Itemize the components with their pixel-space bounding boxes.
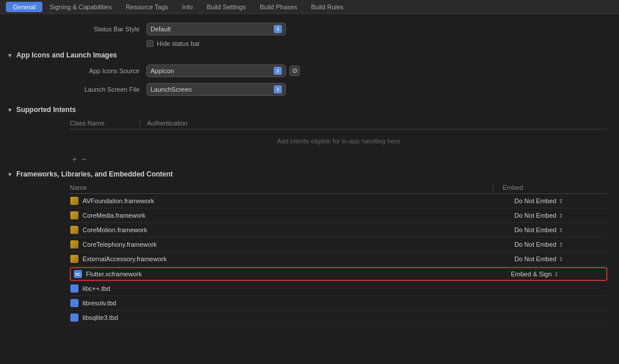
intents-header-row: Class Name Authentication (70, 118, 607, 129)
intents-col-class-header: Class Name (70, 120, 139, 127)
supported-intents-header[interactable]: ▼ Supported Intents (0, 103, 619, 116)
app-icons-title: App Icons and Launch Images (16, 51, 117, 59)
status-bar-dropdown-value: Default (151, 26, 271, 33)
app-icons-source-dropdown[interactable]: AppIcon ⇕ (146, 64, 286, 77)
fw-row[interactable]: CoreTelephony.framework Do Not Embed ⇕ (70, 237, 607, 252)
status-bar-dropdown[interactable]: Default ⇕ (146, 23, 286, 35)
fw-row[interactable]: XC Flutter.xcframework Embed & Sign ⇕ (70, 267, 607, 281)
framework-icon (70, 225, 79, 235)
fw-name: AVFoundation.framework (83, 197, 495, 204)
app-icons-header[interactable]: ▼ App Icons and Launch Images (0, 49, 619, 62)
hide-status-bar-label: Hide status bar (157, 40, 200, 47)
app-icons-gear-button[interactable]: ⚙ (289, 66, 300, 76)
frameworks-title: Frameworks, Libraries, and Embedded Cont… (16, 170, 173, 178)
fw-embed-text: Do Not Embed (514, 226, 556, 233)
status-bar-row: Status Bar Style Default ⇕ (46, 20, 619, 38)
fw-embed-text: Do Not Embed (514, 212, 556, 219)
framework-icon (70, 196, 79, 206)
fw-col-divider (493, 184, 493, 191)
tab-build-phases[interactable]: Build Phases (253, 2, 304, 12)
fw-name: libsqlite3.tbd (83, 314, 495, 321)
fw-embed-value[interactable]: Do Not Embed ⇕ (514, 226, 607, 233)
fw-embed-value[interactable]: Do Not Embed ⇕ (514, 255, 607, 262)
fw-embed-value[interactable]: Do Not Embed ⇕ (514, 241, 607, 248)
intents-table: Class Name Authentication Add intents el… (70, 118, 607, 153)
fw-name: libresolv.tbd (83, 300, 495, 307)
tab-signing[interactable]: Signing & Capabilities (42, 2, 119, 12)
intents-add-button[interactable]: + (70, 155, 79, 163)
chevron-down-icon-3: ▼ (7, 171, 13, 178)
stepper-icon: ⇕ (559, 212, 563, 219)
fw-row[interactable]: CoreMedia.framework Do Not Embed ⇕ (70, 208, 607, 223)
fw-embed-text: Do Not Embed (514, 241, 556, 248)
tbd-icon (70, 284, 79, 293)
launch-screen-dropdown-arrow: ⇕ (274, 85, 282, 93)
app-icons-source-value: AppIcon (151, 67, 271, 74)
fw-embed-text: Do Not Embed (514, 197, 556, 204)
intents-divider (139, 120, 140, 127)
tab-info[interactable]: Info (175, 2, 199, 12)
frameworks-table: Name Embed AVFoundation.framework Do Not… (70, 183, 607, 325)
chevron-up-down-icon-2: ⇕ (276, 69, 280, 74)
fw-name: CoreMotion.framework (83, 226, 495, 233)
tab-bar: General Signing & Capabilities Resource … (0, 0, 619, 14)
fw-embed-value[interactable]: Embed & Sign ⇕ (511, 271, 604, 277)
fw-name: Flutter.xcframework (86, 271, 492, 277)
xcframework-icon: XC (73, 269, 83, 279)
fw-embed-value[interactable]: Do Not Embed ⇕ (514, 212, 607, 219)
frameworks-header[interactable]: ▼ Frameworks, Libraries, and Embedded Co… (0, 168, 619, 181)
fw-row[interactable]: ExternalAccessory.framework Do Not Embed… (70, 252, 607, 266)
intents-empty-message: Add intents eligible for in-app handling… (70, 129, 607, 153)
tbd-icon (70, 313, 79, 322)
fw-name: CoreTelephony.framework (83, 241, 495, 248)
fw-embed-text: Do Not Embed (514, 255, 556, 262)
fw-rows-container: AVFoundation.framework Do Not Embed ⇕ Co… (70, 194, 607, 325)
tab-resource-tags[interactable]: Resource Tags (119, 2, 175, 12)
status-bar-dropdown-arrow: ⇕ (274, 25, 282, 33)
fw-row[interactable]: libsqlite3.tbd (70, 311, 607, 325)
fw-embed-value[interactable]: Do Not Embed ⇕ (514, 197, 607, 204)
launch-screen-row: Launch Screen File LaunchScreen ⇕ (46, 80, 619, 99)
tab-build-settings[interactable]: Build Settings (200, 2, 253, 12)
fw-row[interactable]: libc++.tbd (70, 282, 607, 296)
main-content: Status Bar Style Default ⇕ Hide status b… (0, 14, 619, 364)
stepper-icon: ⇕ (559, 227, 563, 233)
hide-status-bar-row: Hide status bar (46, 38, 619, 49)
stepper-icon: ⇕ (559, 256, 563, 262)
fw-col-name-header: Name (70, 184, 484, 191)
hide-status-bar-checkbox[interactable] (146, 40, 153, 47)
app-icons-source-control: AppIcon ⇕ ⚙ (146, 64, 300, 77)
stepper-icon: ⇕ (554, 271, 559, 277)
app-icons-dropdown-arrow: ⇕ (274, 67, 282, 75)
intents-actions: + − (70, 155, 619, 163)
fw-header-row: Name Embed (70, 183, 607, 194)
supported-intents-title: Supported Intents (16, 106, 76, 114)
launch-screen-label: Launch Screen File (46, 86, 139, 93)
tab-general[interactable]: General (6, 2, 42, 12)
stepper-icon: ⇕ (559, 198, 563, 204)
framework-icon (70, 254, 79, 264)
fw-name: CoreMedia.framework (83, 212, 495, 219)
gear-icon: ⚙ (292, 67, 298, 75)
supported-intents-section: ▼ Supported Intents Class Name Authentic… (0, 103, 619, 163)
chevron-up-down-icon-3: ⇕ (276, 87, 280, 92)
status-bar-control: Default ⇕ (146, 23, 286, 35)
stepper-icon: ⇕ (559, 242, 563, 248)
tab-build-rules[interactable]: Build Rules (304, 2, 350, 12)
launch-screen-dropdown[interactable]: LaunchScreen ⇕ (146, 83, 286, 96)
status-bar-label: Status Bar Style (46, 26, 139, 33)
fw-row[interactable]: libresolv.tbd (70, 296, 607, 311)
intents-remove-button[interactable]: − (79, 155, 88, 163)
fw-col-embed-header: Embed (503, 184, 607, 191)
app-icons-source-row: App Icons Source AppIcon ⇕ ⚙ (46, 62, 619, 80)
app-icons-source-label: App Icons Source (46, 67, 139, 74)
chevron-down-icon-2: ▼ (7, 107, 13, 113)
app-icons-section: ▼ App Icons and Launch Images App Icons … (0, 49, 619, 99)
fw-row[interactable]: CoreMotion.framework Do Not Embed ⇕ (70, 223, 607, 237)
fw-row[interactable]: AVFoundation.framework Do Not Embed ⇕ (70, 194, 607, 208)
framework-icon (70, 240, 79, 249)
intents-col-auth-header: Authentication (147, 120, 607, 127)
frameworks-section: ▼ Frameworks, Libraries, and Embedded Co… (0, 168, 619, 325)
chevron-up-down-icon: ⇕ (276, 27, 280, 32)
hide-status-bar-wrapper[interactable]: Hide status bar (146, 40, 200, 47)
